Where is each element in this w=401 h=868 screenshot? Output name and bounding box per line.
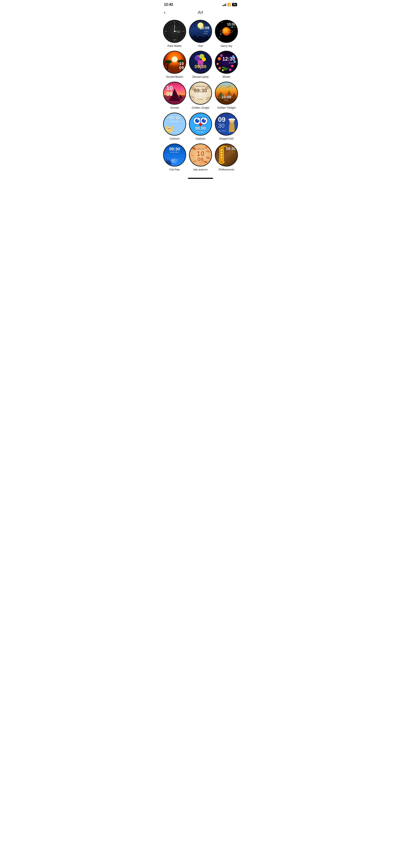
watch-item-dessert-party[interactable]: Saturday 09:30 Dessert party [189, 51, 212, 78]
svg-point-56 [222, 69, 224, 71]
c1-time: 09:30 [169, 116, 180, 121]
watch-face-starry-sky: 10:09 WED 28 [215, 20, 238, 43]
watch-face-dessert-party: Saturday 09:30 [189, 51, 212, 74]
svg-text:♩: ♩ [228, 154, 229, 156]
watch-face-dark-matter: 28 16358 [163, 20, 186, 43]
svg-rect-15 [193, 35, 196, 42]
svg-point-32 [220, 33, 221, 35]
page-title: Art [198, 10, 203, 15]
watch-face-cat-paw: 09:30 02/20 WED [163, 144, 186, 166]
svg-rect-20 [209, 38, 211, 42]
gj-day: Wednesday [195, 85, 205, 87]
watch-label-sunset-beach: Sunset Beach [166, 75, 183, 78]
cp-time: 09:30 [169, 147, 180, 151]
svg-point-34 [219, 37, 220, 38]
watch-label-golden-twilight: Golden Twilight [217, 106, 236, 109]
watch-label-elegant-girl: Elegant Girl [219, 137, 234, 140]
svg-point-71 [206, 86, 208, 87]
home-indicator[interactable] [188, 178, 213, 179]
svg-point-104 [202, 119, 206, 123]
watch-item-sunset[interactable]: 10 09 Sunset [163, 82, 186, 109]
svg-text:✦: ✦ [233, 117, 234, 119]
watch-item-elegant-girl[interactable]: ✦ ✦ 09 30 02/20 WED Elegant Girl [215, 113, 238, 140]
back-button[interactable]: ‹ [164, 10, 165, 15]
watch-label-cartoon1: Cartoon [170, 137, 179, 140]
watch-item-sunset-beach[interactable]: 10 09 16385 Sunset Beach [163, 51, 186, 78]
watch-item-golden-twilight[interactable]: 10:09 WED Golden Twilight [215, 82, 238, 109]
watch-item-golden-jungle[interactable]: Wednesday 09:30 ♥ 1640 Golden Jungle [189, 82, 212, 109]
watch-label-dark-matter: Dark Matter [167, 44, 182, 48]
watch-label-dessert-party: Dessert party [192, 75, 209, 78]
svg-point-24 [218, 23, 219, 24]
svg-rect-18 [203, 37, 205, 42]
eg-hour: 09 [218, 116, 225, 123]
owl-time: 10:09 [200, 26, 209, 30]
svg-point-103 [195, 119, 199, 123]
watch-item-dark-matter[interactable]: 28 16358 Dark Matter [163, 20, 186, 48]
gt-day: WED [224, 99, 228, 101]
watch-item-owl[interactable]: 10:09 28/09 WED Owl [189, 20, 212, 48]
watch-face-winter: 12:30 MON [215, 51, 238, 74]
svg-marker-23 [201, 35, 202, 37]
svg-point-49 [218, 57, 221, 60]
watch-face-cartoon2: 08:00 02/20 WED [189, 113, 212, 135]
ph-time: 08:30 [226, 147, 236, 151]
svg-point-106 [204, 119, 205, 120]
svg-point-70 [193, 86, 195, 88]
watch-face-sunset-beach: 10 09 16385 [163, 51, 186, 74]
watch-label-owl: Owl [198, 44, 203, 48]
watch-label-late-autumn: late autumn [193, 168, 208, 171]
svg-point-39 [165, 60, 172, 63]
watch-face-golden-twilight: 10:09 WED [215, 82, 238, 105]
watch-item-cat-paw[interactable]: 09:30 02/20 WED Cat Paw [163, 144, 186, 171]
svg-text:28: 28 [178, 31, 179, 33]
gt-time: 10:09 [222, 95, 231, 99]
svg-point-130 [176, 159, 178, 161]
svg-point-28 [217, 29, 218, 29]
watch-face-cartoon1: 09:30 02/20 WED [163, 113, 186, 135]
owl-date: 28/09 [204, 31, 209, 32]
status-bar: 12:42 📶 75 [160, 0, 241, 8]
starry-time: 10:09 [227, 23, 236, 26]
svg-point-152 [221, 154, 222, 156]
dp-time: 09:30 [195, 64, 206, 69]
svg-rect-16 [197, 38, 198, 42]
svg-rect-19 [205, 36, 209, 42]
watch-face-sunset: 10 09 [163, 82, 186, 105]
watch-item-starry-sky[interactable]: 10:09 WED 28 starry sky [215, 20, 238, 48]
watch-label-cartoon2: Cartoon [196, 137, 205, 140]
svg-point-55 [218, 67, 221, 69]
page-header: ‹ Art [160, 8, 241, 18]
svg-point-29 [235, 30, 235, 30]
svg-marker-22 [199, 35, 200, 37]
svg-text:✦: ✦ [234, 115, 236, 117]
svg-point-153 [221, 157, 222, 158]
watch-item-philharmonic[interactable]: ♪ ♫ ♩ 08:30 Philharmonic [215, 144, 238, 171]
svg-rect-81 [219, 95, 221, 96]
watch-label-sunset: Sunset [171, 106, 179, 109]
dm-steps: 16358 [173, 39, 177, 40]
watch-item-late-autumn[interactable]: WED 28 10 09 late autumn [189, 144, 212, 171]
svg-point-151 [221, 152, 222, 153]
gj-steps: ♥ 1640 [198, 98, 203, 100]
winter-day: MON [229, 62, 234, 64]
watch-item-winter[interactable]: 12:30 MON Winter [215, 51, 238, 78]
starry-date: WED 28 [230, 26, 236, 28]
svg-rect-134 [170, 159, 174, 162]
svg-point-72 [193, 99, 195, 101]
cp-date: 02/20 WED [171, 151, 179, 153]
svg-point-57 [229, 68, 232, 71]
svg-point-95 [168, 128, 169, 129]
svg-line-6 [169, 23, 169, 24]
svg-point-115 [217, 118, 218, 119]
watch-label-cat-paw: Cat Paw [169, 168, 180, 171]
watch-item-cartoon2[interactable]: 08:00 02/20 WED Cartoon [189, 113, 212, 140]
svg-point-25 [222, 22, 222, 22]
winter-time: 12:30 [222, 56, 235, 62]
watch-label-winter: Winter [222, 75, 230, 78]
dp-day: Saturday [197, 55, 204, 57]
watch-grid: 28 16358 Dark Matter 10:09 28/09 WED [160, 18, 241, 175]
watch-item-cartoon1[interactable]: 09:30 02/20 WED Cartoon [163, 113, 186, 140]
la-min: 09 [197, 156, 204, 163]
gj-time: 09:30 [194, 88, 207, 94]
